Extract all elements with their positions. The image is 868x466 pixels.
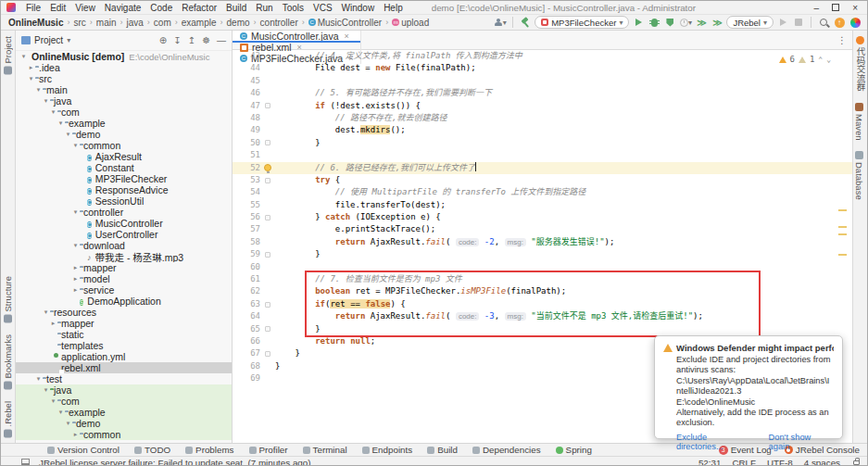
- code-line[interactable]: 44File dest = new File(finalPath);: [233, 62, 852, 74]
- toolbox-button[interactable]: [849, 16, 862, 29]
- tree-row[interactable]: CSessionUtil: [16, 195, 232, 207]
- tool-stripe-maven[interactable]: Maven: [854, 97, 864, 146]
- tree-row[interactable]: ▾java: [16, 384, 232, 396]
- tree-row[interactable]: ▸.idea: [16, 62, 232, 73]
- search-everywhere-button[interactable]: [817, 16, 830, 29]
- chevron-down-icon[interactable]: ▾: [57, 120, 65, 127]
- fold-marker-icon[interactable]: [265, 103, 270, 108]
- toolwindow-terminal[interactable]: Terminal: [303, 445, 347, 455]
- fold-marker-icon[interactable]: [265, 252, 270, 258]
- tree-row[interactable]: rebel.xml: [16, 362, 232, 373]
- intention-bulb-icon[interactable]: [264, 164, 271, 171]
- menu-refactor[interactable]: Refactor: [177, 3, 221, 13]
- rerun-button-disabled[interactable]: [776, 16, 789, 29]
- toolwindow-problems[interactable]: Problems: [185, 445, 233, 455]
- code-line[interactable]: 65}: [233, 323, 852, 335]
- toolwindow-todo[interactable]: TODO: [134, 445, 170, 455]
- tree-row[interactable]: ▸mapper: [16, 262, 232, 273]
- tree-row[interactable]: ▾resources: [16, 307, 232, 318]
- code-line[interactable]: 52// 6. 路径已经存在,我们可以上传文件了: [233, 162, 852, 174]
- tree-row[interactable]: ▾demo: [16, 418, 232, 429]
- chevron-down-icon[interactable]: ▾: [42, 309, 50, 316]
- tree-row[interactable]: ▾example: [16, 407, 232, 418]
- notification-action-don-t-show-again[interactable]: Don't show again: [769, 433, 834, 451]
- menu-tools[interactable]: Tools: [278, 3, 308, 13]
- collapse-all-button[interactable]: ↥: [188, 35, 195, 45]
- code-line[interactable]: 46// 5. 有可能路径并不存在,我们需要判断一下: [233, 87, 852, 99]
- tree-row[interactable]: ▾com: [16, 396, 232, 407]
- tree-row[interactable]: CMusicController: [16, 218, 232, 229]
- code-line[interactable]: 57e.printStackTrace();: [233, 223, 852, 235]
- tree-row[interactable]: ▾download: [16, 240, 232, 251]
- chevron-down-icon[interactable]: ▾: [19, 53, 28, 60]
- tab-musiccontroller-java[interactable]: CMusicController.java×: [233, 31, 361, 42]
- tool-stripe-代码交流群[interactable]: 代码交流群: [854, 31, 867, 97]
- jrebel-run-button[interactable]: ≫: [695, 16, 708, 29]
- breadcrumb-item[interactable]: src: [71, 18, 87, 28]
- code-line[interactable]: 63if(ret == false) {: [233, 298, 852, 310]
- tree-row[interactable]: ▾controller: [16, 207, 232, 218]
- menu-run[interactable]: Run: [251, 3, 277, 13]
- tree-row[interactable]: ▸common: [16, 429, 232, 440]
- code-line[interactable]: 59}: [233, 248, 852, 260]
- fold-marker-icon[interactable]: [265, 215, 270, 220]
- chevron-right-icon[interactable]: ▸: [27, 64, 35, 71]
- code-line[interactable]: 54// 使用 MultipartFile 的 transferTo 上传文件到…: [233, 186, 852, 198]
- tree-row[interactable]: ▾test: [16, 373, 232, 384]
- breadcrumb-item[interactable]: mupload: [390, 18, 431, 28]
- code-line[interactable]: 56} catch (IOException e) {: [233, 211, 852, 223]
- user-profile-button[interactable]: ▾: [494, 16, 507, 29]
- code-line[interactable]: 49dest.mkdirs();: [233, 124, 852, 136]
- chevron-down-icon[interactable]: ▾: [34, 86, 43, 94]
- next-warning-button[interactable]: ⌄: [826, 56, 831, 64]
- code-line[interactable]: 55file.transferTo(dest);: [233, 199, 852, 211]
- fold-marker-icon[interactable]: [265, 302, 270, 308]
- close-icon[interactable]: ×: [345, 31, 349, 41]
- tool-stripe-bookmarks[interactable]: Bookmarks: [3, 329, 13, 396]
- code-line[interactable]: 50}: [233, 137, 852, 149]
- tree-row[interactable]: static: [16, 329, 232, 340]
- menu-navigate[interactable]: Navigate: [100, 3, 145, 13]
- chevron-right-icon[interactable]: ▸: [71, 275, 80, 283]
- chevron-down-icon[interactable]: ▾: [64, 131, 72, 138]
- chevron-right-icon[interactable]: ▸: [71, 286, 80, 294]
- breadcrumb-item[interactable]: CMusicController: [307, 18, 384, 28]
- tree-row[interactable]: ▾main: [16, 84, 232, 95]
- tree-row[interactable]: CConstant: [16, 162, 232, 173]
- menu-vcs[interactable]: VCS: [308, 3, 337, 13]
- chevron-right-icon[interactable]: ▸: [49, 320, 57, 327]
- code-line[interactable]: 53try {: [233, 174, 852, 186]
- chevron-down-icon[interactable]: ▾: [49, 108, 57, 116]
- fold-marker-icon[interactable]: [265, 326, 270, 332]
- menu-view[interactable]: View: [70, 3, 100, 13]
- toolwindow-endpoints[interactable]: Endpoints: [362, 445, 413, 455]
- hide-panel-button[interactable]: —: [217, 35, 226, 45]
- chevron-down-icon[interactable]: ▾: [42, 97, 50, 105]
- chevron-down-icon[interactable]: ▾: [42, 386, 50, 394]
- tree-row[interactable]: templates: [16, 340, 232, 351]
- breadcrumb-item[interactable]: main: [94, 18, 119, 28]
- minimize-button[interactable]: –: [814, 3, 820, 13]
- tree-row[interactable]: ▸mapper: [16, 318, 232, 329]
- code-line[interactable]: 45: [233, 75, 852, 87]
- tool-stripe-structure[interactable]: Structure: [3, 271, 13, 329]
- toolwindow-build[interactable]: Build: [427, 445, 458, 455]
- menu-code[interactable]: Code: [145, 3, 177, 13]
- toolwindow-toggle-icon[interactable]: [21, 459, 30, 466]
- tree-row[interactable]: ▾com: [16, 107, 232, 118]
- chevron-down-icon[interactable]: ▾: [64, 420, 72, 427]
- tree-row[interactable]: SDemoApplication: [16, 296, 232, 307]
- breadcrumb-item[interactable]: OnlineMusic: [6, 18, 65, 28]
- code-line[interactable]: 62boolean ret = MP3FileChecker.isMP3File…: [233, 285, 852, 297]
- tree-row[interactable]: ▾example: [16, 118, 232, 129]
- locate-file-button[interactable]: ⊕: [159, 35, 167, 45]
- code-line[interactable]: 43// 4. 定义文件类,将 finalPath 传入到构造方法中: [233, 50, 852, 62]
- chevron-down-icon[interactable]: ▾: [71, 208, 80, 216]
- inspection-widget[interactable]: 6 1 ⌃ ⌄: [776, 54, 835, 65]
- toolwindow-version-control[interactable]: Version Control: [47, 445, 120, 455]
- toolwindow-profiler[interactable]: Profiler: [249, 445, 288, 455]
- code-line[interactable]: 48// 路径不存在,就去创建路径: [233, 112, 852, 124]
- file-encoding[interactable]: UTF-8: [767, 458, 793, 466]
- tool-stripe-project[interactable]: Project: [3, 31, 13, 81]
- tree-row[interactable]: ▾demo: [16, 129, 232, 140]
